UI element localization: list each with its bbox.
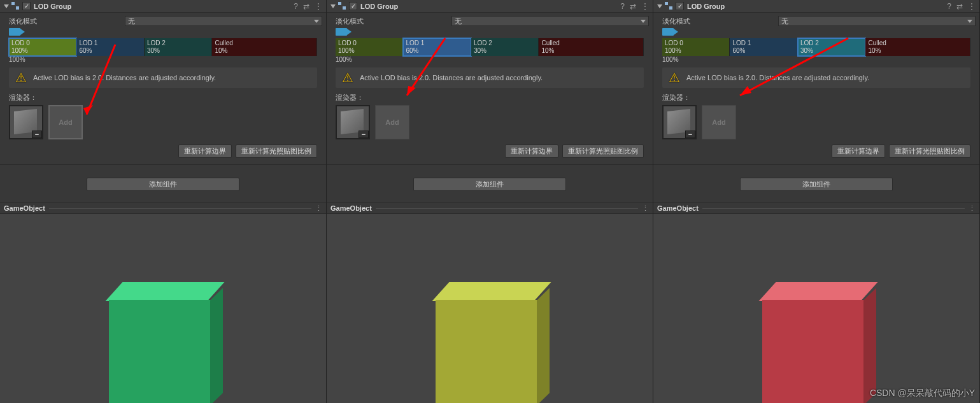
lod-segment-2[interactable]: LOD 230% <box>798 38 865 56</box>
add-label: Add <box>385 118 399 126</box>
add-label: Add <box>59 118 72 126</box>
renderers-list: − Add <box>336 105 644 139</box>
add-component-button[interactable]: 添加组件 <box>413 178 566 191</box>
component-title: LOD Group <box>34 3 294 10</box>
recalc-bounds-button[interactable]: 重新计算边界 <box>178 145 232 158</box>
preview-header[interactable]: GameObject ⋮ <box>653 202 979 214</box>
inspector-panel-0: ✓ LOD Group ? ⇄ ⋮ 淡化模式 无 LOD 0100% LOD 1… <box>0 0 327 403</box>
camera-icon <box>662 28 674 36</box>
fade-mode-dropdown[interactable]: 无 <box>778 16 976 26</box>
context-menu-icon[interactable]: ⋮ <box>315 2 322 11</box>
remove-renderer-button[interactable]: − <box>32 131 42 138</box>
renderer-thumbnail[interactable]: − <box>336 105 370 139</box>
component-header-actions: ? ⇄ ⋮ <box>294 2 322 11</box>
help-icon[interactable]: ? <box>620 2 625 11</box>
recalc-lightmap-button[interactable]: 重新计算光照贴图比例 <box>889 145 970 158</box>
fade-mode-dropdown[interactable]: 无 <box>125 16 322 26</box>
recalc-lightmap-button[interactable]: 重新计算光照贴图比例 <box>236 145 317 158</box>
preview-header[interactable]: GameObject ⋮ <box>327 202 653 214</box>
lod-segment-culled[interactable]: Culled10% <box>212 38 317 56</box>
component-enable-checkbox[interactable]: ✓ <box>676 2 684 10</box>
dropdown-caret-icon <box>641 20 646 23</box>
preview-header[interactable]: GameObject ⋮ <box>0 202 326 214</box>
component-enable-checkbox[interactable]: ✓ <box>22 2 31 10</box>
lod-segment-0[interactable]: LOD 0100% <box>336 38 403 56</box>
remove-renderer-button[interactable]: − <box>359 131 369 138</box>
lod-segment-1[interactable]: LOD 160% <box>403 38 471 56</box>
foldout-arrow-icon[interactable] <box>330 4 336 8</box>
preview-viewport[interactable] <box>0 214 326 403</box>
component-header[interactable]: ✓ LOD Group ? ⇄ ⋮ <box>0 0 326 13</box>
lod-segment-2[interactable]: LOD 230% <box>145 38 212 56</box>
lod-range-bar[interactable]: LOD 0100% LOD 160% LOD 230% Culled10% <box>9 38 317 56</box>
header-divider <box>702 208 965 209</box>
dropdown-caret-icon <box>967 20 972 23</box>
lodgroup-component-icon <box>665 2 674 11</box>
help-icon[interactable]: ? <box>294 2 298 11</box>
preview-viewport[interactable] <box>327 214 653 403</box>
lod-segment-0[interactable]: LOD 0100% <box>9 38 76 56</box>
lod-bar-percent-label: 100% <box>9 56 322 65</box>
recalc-bounds-button[interactable]: 重新计算边界 <box>505 145 558 158</box>
preset-icon[interactable]: ⇄ <box>303 2 309 11</box>
renderer-thumbnail[interactable]: − <box>9 105 43 139</box>
add-label: Add <box>712 118 725 126</box>
help-icon[interactable]: ? <box>947 2 951 11</box>
recalc-buttons: 重新计算边界 重新计算光照贴图比例 <box>330 142 649 160</box>
preview-menu-icon[interactable]: ⋮ <box>642 204 649 213</box>
remove-renderer-button[interactable]: − <box>685 131 695 138</box>
lod-segment-culled[interactable]: Culled10% <box>539 38 644 56</box>
fade-mode-row: 淡化模式 无 <box>4 15 322 27</box>
component-enable-checkbox[interactable]: ✓ <box>349 2 357 10</box>
add-renderer-slot[interactable]: Add <box>702 105 736 139</box>
lod-segment-2[interactable]: LOD 230% <box>471 38 539 56</box>
lod-camera-marker[interactable] <box>9 28 322 38</box>
add-component-button[interactable]: 添加组件 <box>87 178 239 191</box>
component-header[interactable]: ✓ LOD Group ? ⇄ ⋮ <box>653 0 979 13</box>
header-divider <box>376 208 638 209</box>
add-component-button[interactable]: 添加组件 <box>740 178 893 191</box>
lod-segment-1[interactable]: LOD 160% <box>730 38 797 56</box>
lod-segment-0[interactable]: LOD 0100% <box>662 38 730 56</box>
preview-menu-icon[interactable]: ⋮ <box>969 204 976 213</box>
renderers-label: 渲染器： <box>9 93 317 103</box>
foldout-arrow-icon[interactable] <box>4 4 9 8</box>
add-renderer-slot[interactable]: Add <box>48 105 83 139</box>
add-component-row: 添加组件 <box>653 164 979 196</box>
lod-bias-warning: ⚠ Active LOD bias is 2.0. Distances are … <box>336 67 644 88</box>
warning-text: Active LOD bias is 2.0. Distances are ad… <box>33 74 216 81</box>
preview-viewport[interactable] <box>653 214 979 403</box>
preview-title: GameObject <box>4 204 45 212</box>
lodgroup-component-icon <box>11 2 20 11</box>
recalc-bounds-button[interactable]: 重新计算边界 <box>832 145 885 158</box>
preview-menu-icon[interactable]: ⋮ <box>315 204 322 213</box>
header-divider <box>49 208 311 209</box>
lod-segment-culled[interactable]: Culled10% <box>865 38 970 56</box>
renderers-list: − Add <box>662 105 970 139</box>
lod-range-bar[interactable]: LOD 0100% LOD 160% LOD 230% Culled10% <box>662 38 970 56</box>
fade-mode-value: 无 <box>455 17 462 26</box>
renderer-thumbnail[interactable]: − <box>662 105 697 139</box>
camera-icon <box>336 28 347 36</box>
component-body: 淡化模式 无 LOD 0100% LOD 160% LOD 230% Culle… <box>327 13 653 164</box>
lod-camera-marker[interactable] <box>336 28 649 38</box>
lod-camera-marker[interactable] <box>662 28 976 38</box>
renderers-section: 渲染器： − Add <box>330 90 649 142</box>
fade-mode-label: 淡化模式 <box>4 17 125 26</box>
component-header[interactable]: ✓ LOD Group ? ⇄ ⋮ <box>327 0 653 13</box>
recalc-lightmap-button[interactable]: 重新计算光照贴图比例 <box>562 145 644 158</box>
fade-mode-value: 无 <box>781 17 788 26</box>
add-renderer-slot[interactable]: Add <box>375 105 409 139</box>
context-menu-icon[interactable]: ⋮ <box>968 2 976 11</box>
lod-range-bar[interactable]: LOD 0100% LOD 160% LOD 230% Culled10% <box>336 38 644 56</box>
add-component-row: 添加组件 <box>327 164 653 196</box>
preset-icon[interactable]: ⇄ <box>630 2 636 11</box>
fade-mode-dropdown[interactable]: 无 <box>451 16 649 26</box>
lod-segment-1[interactable]: LOD 160% <box>76 38 144 56</box>
context-menu-icon[interactable]: ⋮ <box>641 2 649 11</box>
preset-icon[interactable]: ⇄ <box>956 2 963 11</box>
lod-bias-warning: ⚠ Active LOD bias is 2.0. Distances are … <box>9 67 317 88</box>
lod-bar-percent-label: 100% <box>662 56 976 65</box>
foldout-arrow-icon[interactable] <box>657 4 662 8</box>
component-header-actions: ? ⇄ ⋮ <box>620 2 649 11</box>
